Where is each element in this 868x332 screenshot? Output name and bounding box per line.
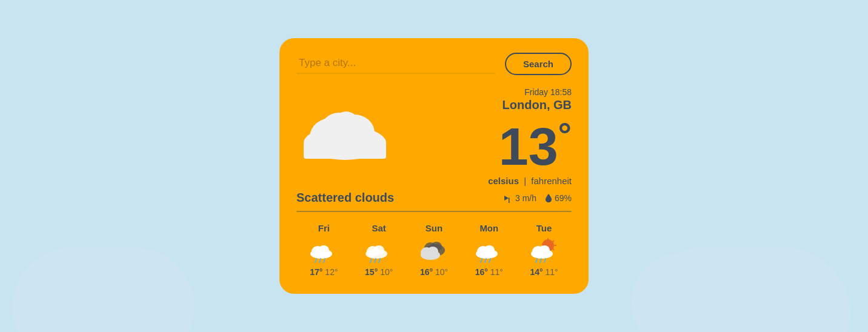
weather-stats: 3 m/h 69%	[503, 193, 572, 203]
svg-line-56	[544, 259, 546, 262]
svg-line-27	[375, 259, 376, 262]
unit-separator: |	[524, 176, 526, 186]
desc-row: Scattered clouds 3 m/h 69%	[296, 191, 572, 205]
svg-line-50	[552, 248, 554, 250]
svg-line-16	[319, 259, 321, 262]
wind-icon	[503, 193, 513, 203]
svg-point-34	[427, 247, 438, 256]
svg-line-54	[536, 259, 537, 262]
forecast-day-label-2: Sun	[426, 223, 442, 233]
forecast-day-0: Fri	[296, 223, 352, 277]
divider	[296, 211, 572, 212]
forecast-day-1: Sat	[352, 223, 407, 277]
temp-unit: celsius | fahrenheit	[488, 176, 572, 186]
forecast-icon-1	[363, 237, 395, 264]
svg-line-43	[481, 259, 482, 262]
forecast-day-label-0: Fri	[318, 223, 330, 233]
humidity-stat: 69%	[545, 193, 572, 203]
svg-line-20	[387, 241, 389, 242]
bg-cloud-4	[632, 253, 777, 332]
forecast-day-label-3: Mon	[479, 223, 498, 233]
forecast-day-3: Mon	[461, 223, 516, 277]
forecast-temps-1: 15° 10°	[365, 267, 393, 277]
celsius-label[interactable]: celsius	[488, 176, 519, 186]
forecast-row: Fri	[296, 223, 572, 277]
forecast-icon-0	[308, 237, 339, 264]
svg-line-15	[315, 259, 316, 262]
svg-point-25	[373, 245, 384, 255]
drop-icon	[545, 193, 552, 203]
forecast-day-label-4: Tue	[536, 223, 552, 233]
svg-line-28	[379, 259, 380, 262]
search-button[interactable]: Search	[505, 53, 572, 75]
svg-line-26	[370, 259, 372, 262]
forecast-icon-3	[473, 237, 505, 264]
forecast-temps-3: 16° 11°	[475, 267, 503, 277]
weather-right: Friday 18:58 London, GB 13° celsius | fa…	[488, 87, 572, 186]
location: London, GB	[488, 98, 572, 112]
forecast-day-label-1: Sat	[372, 223, 386, 233]
forecast-day-2: Sun 16° 10°	[407, 223, 462, 277]
forecast-temps-4: 14° 11°	[530, 267, 558, 277]
svg-point-42	[484, 245, 495, 255]
svg-rect-5	[304, 142, 386, 159]
svg-point-53	[539, 245, 550, 255]
svg-line-22	[387, 248, 389, 250]
forecast-icon-4	[529, 237, 560, 264]
svg-point-14	[318, 245, 329, 255]
main-cloud-icon	[296, 99, 393, 160]
forecast-temps-0: 17° 12°	[310, 267, 338, 277]
datetime: Friday 18:58	[488, 87, 572, 97]
wind-stat: 3 m/h	[503, 193, 536, 203]
svg-line-48	[552, 241, 554, 242]
svg-point-4	[333, 111, 359, 138]
svg-line-55	[540, 259, 541, 262]
fahrenheit-label[interactable]: fahrenheit	[531, 176, 572, 186]
bg-cloud-2	[73, 259, 194, 332]
svg-line-45	[489, 259, 490, 262]
temperature: 13°	[488, 118, 572, 173]
search-row: Search	[296, 53, 572, 75]
city-input[interactable]	[296, 53, 495, 74]
svg-line-17	[324, 259, 325, 262]
svg-line-9	[332, 241, 333, 242]
forecast-icon-2	[418, 237, 450, 264]
main-info: Friday 18:58 London, GB 13° celsius | fa…	[296, 87, 572, 186]
svg-rect-6	[509, 198, 510, 203]
weather-card: Search Friday 18:58 London, GB 13° cel	[279, 38, 589, 294]
svg-line-37	[497, 241, 499, 242]
humidity: 69%	[555, 193, 572, 203]
forecast-temps-2: 16° 10°	[420, 267, 448, 277]
wind-speed: 3 m/h	[515, 193, 536, 203]
forecast-day-4: Tue	[516, 223, 572, 277]
weather-description: Scattered clouds	[296, 191, 394, 205]
svg-line-11	[332, 248, 333, 250]
svg-line-39	[497, 248, 499, 250]
svg-line-44	[485, 259, 486, 262]
